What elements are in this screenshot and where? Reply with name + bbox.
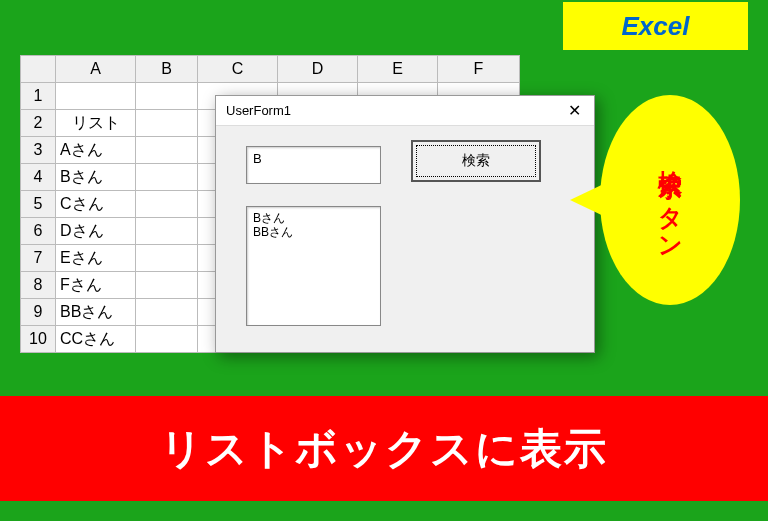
cell-a5[interactable]: Cさん: [56, 191, 136, 218]
cell-b6[interactable]: [136, 218, 198, 245]
cell-a9[interactable]: BBさん: [56, 299, 136, 326]
cell-b9[interactable]: [136, 299, 198, 326]
bottom-banner: リストボックスに表示: [0, 396, 768, 501]
bubble-text: 検索ボタン: [654, 150, 686, 251]
excel-badge-text: Excel: [622, 11, 690, 42]
cell-b1[interactable]: [136, 83, 198, 110]
row-header-1[interactable]: 1: [21, 83, 56, 110]
bottom-banner-text: リストボックスに表示: [160, 421, 608, 477]
list-item[interactable]: Bさん: [253, 211, 374, 225]
search-button[interactable]: 検索: [411, 140, 541, 182]
speech-bubble: 検索ボタン: [600, 95, 740, 305]
col-header-f[interactable]: F: [438, 56, 520, 83]
col-header-d[interactable]: D: [278, 56, 358, 83]
row-header-10[interactable]: 10: [21, 326, 56, 353]
cell-b4[interactable]: [136, 164, 198, 191]
row-header-5[interactable]: 5: [21, 191, 56, 218]
cell-a6[interactable]: Dさん: [56, 218, 136, 245]
close-button[interactable]: ✕: [554, 96, 594, 126]
col-header-a[interactable]: A: [56, 56, 136, 83]
row-header-9[interactable]: 9: [21, 299, 56, 326]
cell-b8[interactable]: [136, 272, 198, 299]
search-input[interactable]: B: [246, 146, 381, 184]
userform-body: B 検索 Bさん BBさん: [216, 126, 594, 352]
userform-window: UserForm1 ✕ B 検索 Bさん BBさん: [215, 95, 595, 353]
cell-b7[interactable]: [136, 245, 198, 272]
cell-a7[interactable]: Eさん: [56, 245, 136, 272]
close-icon: ✕: [568, 101, 581, 120]
sheet-corner[interactable]: [21, 56, 56, 83]
row-header-3[interactable]: 3: [21, 137, 56, 164]
search-input-value: B: [253, 151, 262, 166]
result-listbox[interactable]: Bさん BBさん: [246, 206, 381, 326]
row-header-7[interactable]: 7: [21, 245, 56, 272]
col-header-e[interactable]: E: [358, 56, 438, 83]
cell-a1[interactable]: [56, 83, 136, 110]
row-header-4[interactable]: 4: [21, 164, 56, 191]
col-header-b[interactable]: B: [136, 56, 198, 83]
cell-a4[interactable]: Bさん: [56, 164, 136, 191]
cell-b10[interactable]: [136, 326, 198, 353]
cell-a3[interactable]: Aさん: [56, 137, 136, 164]
cell-b3[interactable]: [136, 137, 198, 164]
userform-title: UserForm1: [226, 103, 554, 118]
bubble-oval: 検索ボタン: [600, 95, 740, 305]
cell-a10[interactable]: CCさん: [56, 326, 136, 353]
cell-b5[interactable]: [136, 191, 198, 218]
cell-a8[interactable]: Fさん: [56, 272, 136, 299]
list-item[interactable]: BBさん: [253, 225, 374, 239]
bubble-tail: [570, 180, 612, 220]
row-header-8[interactable]: 8: [21, 272, 56, 299]
excel-badge: Excel: [563, 2, 748, 50]
cell-a2[interactable]: リスト: [56, 110, 136, 137]
row-header-2[interactable]: 2: [21, 110, 56, 137]
cell-b2[interactable]: [136, 110, 198, 137]
col-header-c[interactable]: C: [198, 56, 278, 83]
userform-titlebar[interactable]: UserForm1 ✕: [216, 96, 594, 126]
row-header-6[interactable]: 6: [21, 218, 56, 245]
